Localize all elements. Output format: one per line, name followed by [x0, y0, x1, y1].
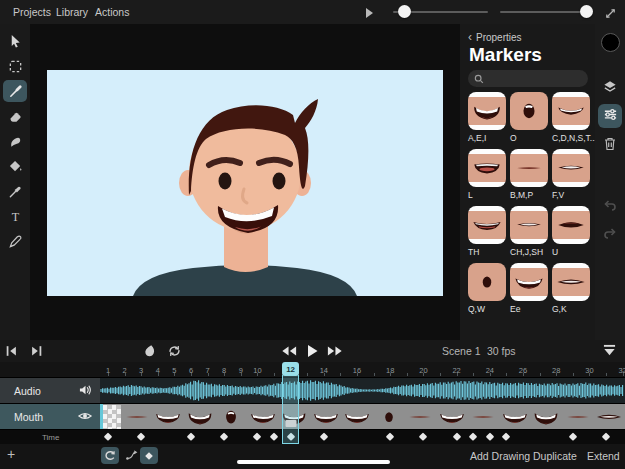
- marker-thumbnail[interactable]: [510, 263, 548, 301]
- marker-thumbnail[interactable]: [468, 263, 506, 301]
- search-input[interactable]: [484, 73, 578, 85]
- mouth-track-label[interactable]: Mouth: [0, 404, 100, 430]
- play-icon[interactable]: [366, 8, 373, 18]
- empty-cel-checker[interactable]: [103, 405, 121, 429]
- playhead-frame-number[interactable]: 12: [282, 362, 299, 376]
- back-to-properties[interactable]: ‹ Properties: [468, 30, 522, 44]
- marker-item-chjsh[interactable]: CH,J,SH: [510, 206, 548, 257]
- slider-handle[interactable]: [580, 5, 593, 18]
- marker-item-o[interactable]: O: [510, 92, 548, 143]
- keyframe-diamond[interactable]: [452, 432, 461, 441]
- marker-item-fv[interactable]: F,V: [552, 149, 590, 200]
- eyedropper-tool[interactable]: [3, 180, 27, 202]
- slider-handle[interactable]: [398, 5, 411, 18]
- marker-item-u[interactable]: U: [552, 206, 590, 257]
- retime-button[interactable]: [122, 447, 140, 464]
- eraser-tool[interactable]: [3, 105, 27, 127]
- mouth-cel-bmp[interactable]: [468, 405, 500, 429]
- layers-button[interactable]: [598, 76, 622, 100]
- home-indicator[interactable]: [237, 460, 390, 464]
- marker-thumbnail[interactable]: [468, 149, 506, 187]
- expand-button[interactable]: [598, 3, 622, 27]
- marker-item-aei[interactable]: A,E,I: [468, 92, 506, 143]
- marker-thumbnail[interactable]: [552, 263, 590, 301]
- fps-label[interactable]: 30 fps: [487, 345, 516, 357]
- search-field[interactable]: [468, 70, 588, 87]
- mouth-cel-ee[interactable]: [247, 405, 279, 429]
- mouth-cel-bmp[interactable]: [121, 405, 153, 429]
- marker-thumbnail[interactable]: [552, 206, 590, 244]
- marker-item-qw[interactable]: Q,W: [468, 263, 506, 314]
- cycle-button[interactable]: [101, 447, 119, 464]
- duplicate-button[interactable]: Duplicate: [533, 450, 577, 462]
- marquee-tool[interactable]: [3, 55, 27, 77]
- color-button[interactable]: [598, 30, 622, 54]
- menu-library[interactable]: Library: [56, 6, 88, 18]
- text-tool[interactable]: T: [3, 205, 27, 227]
- mouth-cel-ee[interactable]: [499, 405, 531, 429]
- keyframe-diamond[interactable]: [386, 432, 395, 441]
- marker-thumbnail[interactable]: [552, 149, 590, 187]
- opacity-slider[interactable]: [500, 11, 590, 13]
- rewind-button[interactable]: [281, 345, 297, 357]
- onion-skin-button[interactable]: [142, 344, 157, 358]
- menu-projects[interactable]: Projects: [13, 6, 51, 18]
- marker-item-bmp[interactable]: B,M,P: [510, 149, 548, 200]
- scene-label[interactable]: Scene 1: [442, 345, 481, 357]
- brush-tool[interactable]: [3, 80, 27, 102]
- audio-track-label[interactable]: Audio: [0, 378, 100, 404]
- keyframe-diamond[interactable]: [419, 432, 428, 441]
- mouth-cel-aei[interactable]: [184, 405, 216, 429]
- redo-button[interactable]: [598, 223, 622, 247]
- mouth-cel-qw[interactable]: [373, 405, 405, 429]
- collapse-timeline-button[interactable]: [602, 344, 617, 357]
- eye-icon[interactable]: [78, 410, 92, 423]
- audio-waveform-clip[interactable]: [100, 378, 625, 404]
- keyframe-diamond[interactable]: [485, 432, 494, 441]
- keyframe-diamond[interactable]: [319, 432, 328, 441]
- keyframe-button[interactable]: [140, 447, 158, 464]
- keyframe-diamond[interactable]: [137, 432, 146, 441]
- fast-forward-button[interactable]: [327, 345, 343, 357]
- marker-item-ee[interactable]: Ee: [510, 263, 548, 314]
- keyframe-diamond[interactable]: [220, 432, 229, 441]
- select-tool[interactable]: [3, 30, 27, 52]
- marker-item-cdnst[interactable]: C,D,N,S,T...: [552, 92, 590, 143]
- pen-tool[interactable]: [3, 230, 27, 252]
- marker-thumbnail[interactable]: [510, 92, 548, 130]
- smudge-tool[interactable]: [3, 130, 27, 152]
- mouth-cel-ee[interactable]: [436, 405, 468, 429]
- keyframe-diamond[interactable]: [186, 432, 195, 441]
- marker-thumbnail[interactable]: [468, 92, 506, 130]
- marker-thumbnail[interactable]: [552, 92, 590, 130]
- trash-button[interactable]: [598, 133, 622, 157]
- add-drawing-button[interactable]: Add Drawing: [470, 450, 530, 462]
- mouth-cel-ee[interactable]: [153, 405, 185, 429]
- marker-item-th[interactable]: TH: [468, 206, 506, 257]
- undo-button[interactable]: [598, 195, 622, 219]
- marker-item-gk[interactable]: G,K: [552, 263, 590, 314]
- play-button[interactable]: [306, 344, 319, 358]
- frame-ruler[interactable]: 1234567891014161820222426283032: [0, 362, 625, 378]
- mouth-cel-o[interactable]: [216, 405, 248, 429]
- keyframe-diamond[interactable]: [568, 432, 577, 441]
- add-button[interactable]: +: [7, 446, 15, 462]
- marker-thumbnail[interactable]: [468, 206, 506, 244]
- step-back-button[interactable]: [4, 344, 19, 358]
- menu-actions[interactable]: Actions: [95, 6, 129, 18]
- extend-button[interactable]: Extend: [587, 450, 620, 462]
- mouth-drawing-strip[interactable]: [100, 404, 625, 430]
- step-forward-button[interactable]: [29, 344, 44, 358]
- loop-button[interactable]: [167, 344, 182, 358]
- fill-tool[interactable]: [3, 155, 27, 177]
- speaker-icon[interactable]: [79, 384, 92, 398]
- brush-size-slider[interactable]: [393, 11, 488, 13]
- mouth-cel-gk[interactable]: [594, 405, 625, 429]
- marker-thumbnail[interactable]: [510, 206, 548, 244]
- time-track[interactable]: Time: [0, 430, 625, 444]
- keyframe-diamond[interactable]: [469, 432, 478, 441]
- keyframe-diamond[interactable]: [103, 432, 112, 441]
- marker-thumbnail[interactable]: [510, 149, 548, 187]
- properties-button[interactable]: [598, 104, 622, 128]
- mouth-cel-aei[interactable]: [531, 405, 563, 429]
